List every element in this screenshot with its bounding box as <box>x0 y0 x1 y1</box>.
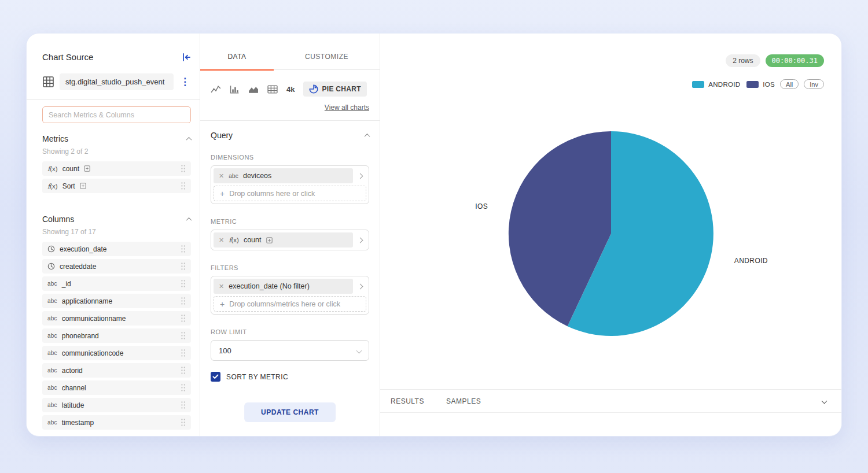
dimension-expand-icon[interactable] <box>353 174 366 178</box>
dimensions-drop-zone[interactable]: + Drop columns here or click <box>214 186 366 201</box>
metrics-list: f(x)countf(x)Sort <box>42 161 191 193</box>
metric-control: ✕ f(x) count <box>211 230 369 250</box>
column-item-communicationcode[interactable]: abccommunicationcode <box>42 346 191 360</box>
text-type-icon: abc <box>47 350 57 356</box>
drag-handle-icon[interactable] <box>181 418 186 427</box>
panel-tabs: DATA CUSTOMIZE <box>200 34 380 70</box>
drag-handle-icon[interactable] <box>181 164 186 173</box>
chart-area: 2 rows 00:00:00.31 ANDROIDIOS All Inv AN… <box>380 34 841 436</box>
text-type-icon: abc <box>47 419 57 426</box>
dataset-name[interactable]: stg.digital_studio_push_event <box>60 73 174 90</box>
search-metrics-columns-input[interactable] <box>42 106 191 123</box>
text-type-icon: abc <box>47 402 57 408</box>
panel-divider <box>200 120 380 121</box>
sort-by-metric-checkbox[interactable] <box>211 372 220 382</box>
columns-showing-count: Showing 17 of 17 <box>42 228 191 236</box>
text-type-icon: abc <box>47 385 57 391</box>
column-item-timestamp[interactable]: abctimestamp <box>42 415 191 430</box>
text-type-icon: abc <box>47 280 57 287</box>
dimensions-control: ✕ abc deviceos + Drop columns here or cl… <box>211 165 369 204</box>
results-bar: RESULTS SAMPLES <box>380 389 841 413</box>
collapse-sidebar-icon[interactable] <box>182 53 191 61</box>
filters-label: FILTERS <box>211 264 369 271</box>
query-collapse-icon[interactable] <box>365 133 370 139</box>
tab-customize[interactable]: CUSTOMIZE <box>274 53 380 69</box>
text-type-icon: abc <box>229 173 238 179</box>
drag-handle-icon[interactable] <box>181 366 186 375</box>
view-all-charts-link[interactable]: View all charts <box>325 104 369 112</box>
drag-handle-icon[interactable] <box>181 279 186 288</box>
drag-handle-icon[interactable] <box>181 383 186 392</box>
column-item-channel[interactable]: abcchannel <box>42 380 191 395</box>
row-limit-value: 100 <box>219 346 231 355</box>
sidebar-divider <box>27 99 200 100</box>
metric-item-count[interactable]: f(x)count <box>42 161 191 176</box>
update-chart-button[interactable]: UPDATE CHART <box>244 402 336 422</box>
text-type-icon: abc <box>47 315 57 322</box>
column-item-applicationname[interactable]: abcapplicationname <box>42 294 191 308</box>
row-limit-select[interactable]: 100 <box>211 340 369 361</box>
table-icon[interactable] <box>267 85 278 94</box>
remove-filter-icon[interactable]: ✕ <box>219 283 224 290</box>
metrics-showing-count: Showing 2 of 2 <box>42 147 191 156</box>
column-item-id[interactable]: abc_id <box>42 276 191 291</box>
chevron-down-icon <box>356 348 362 353</box>
bar-chart-icon[interactable] <box>230 85 240 94</box>
columns-list: execution_datecreateddateabc_idabcapplic… <box>42 242 191 430</box>
pie-chart-icon <box>309 84 318 94</box>
drag-handle-icon[interactable] <box>181 314 186 323</box>
selected-chart-type-button[interactable]: PIE CHART <box>303 82 366 97</box>
metric-pill-count[interactable]: ✕ f(x) count <box>214 232 353 247</box>
chart-source-title: Chart Source <box>42 52 93 62</box>
sort-by-metric-row[interactable]: SORT BY METRIC <box>211 372 369 382</box>
column-item-latitude[interactable]: abclatitude <box>42 398 191 412</box>
filter-pill-execution-date[interactable]: ✕ execution_date (No filter) <box>214 279 353 294</box>
tab-data[interactable]: DATA <box>200 53 274 71</box>
pie-label-ios: IOS <box>475 202 488 210</box>
tab-results[interactable]: RESULTS <box>391 397 424 405</box>
dimensions-label: DIMENSIONS <box>211 154 369 161</box>
explore-window: Chart Source stg.digital_studio_push_eve… <box>26 33 842 437</box>
drag-handle-icon[interactable] <box>181 262 186 271</box>
function-icon: f(x) <box>229 236 239 244</box>
column-item-createddate[interactable]: createddate <box>42 259 191 274</box>
adhoc-metric-badge-icon <box>80 183 86 189</box>
tab-samples[interactable]: SAMPLES <box>446 397 481 405</box>
drag-handle-icon[interactable] <box>181 401 186 409</box>
plus-icon: + <box>220 189 225 198</box>
metric-label: METRIC <box>211 218 369 225</box>
drag-handle-icon[interactable] <box>181 245 186 253</box>
big-number-chart-icon[interactable]: 4k <box>286 85 295 94</box>
area-chart-icon[interactable] <box>248 85 259 94</box>
drag-handle-icon[interactable] <box>181 349 186 357</box>
results-collapse-icon[interactable] <box>822 398 827 404</box>
clock-icon <box>47 245 55 253</box>
dataset-table-icon <box>42 76 54 88</box>
adhoc-metric-badge-icon <box>84 165 90 172</box>
drag-handle-icon[interactable] <box>181 331 186 340</box>
columns-collapse-icon[interactable] <box>186 217 192 223</box>
metric-item-sort[interactable]: f(x)Sort <box>42 179 191 193</box>
text-type-icon: abc <box>47 367 57 374</box>
column-item-execution_date[interactable]: execution_date <box>42 242 191 256</box>
dataset-options-icon[interactable]: ⋮ <box>179 77 191 87</box>
column-item-phonebrand[interactable]: abcphonebrand <box>42 328 191 343</box>
remove-metric-icon[interactable]: ✕ <box>219 236 224 244</box>
column-item-actorid[interactable]: abcactorid <box>42 363 191 378</box>
filters-drop-zone[interactable]: + Drop columns/metrics here or click <box>214 296 366 312</box>
drag-handle-icon[interactable] <box>181 182 186 190</box>
filter-expand-icon[interactable] <box>353 284 366 289</box>
chart-type-row: 4k PIE CHART <box>211 82 369 97</box>
function-icon: f(x) <box>47 165 58 173</box>
dimension-pill-deviceos[interactable]: ✕ abc deviceos <box>214 168 353 183</box>
metrics-section-title: Metrics <box>42 134 68 143</box>
drag-handle-icon[interactable] <box>181 297 186 305</box>
column-item-communicationname[interactable]: abccommunicationname <box>42 311 191 326</box>
line-chart-icon[interactable] <box>211 85 221 94</box>
metric-expand-icon[interactable] <box>353 238 366 242</box>
metrics-collapse-icon[interactable] <box>186 136 192 142</box>
text-type-icon: abc <box>47 298 57 304</box>
remove-dimension-icon[interactable]: ✕ <box>219 172 224 180</box>
clock-icon <box>47 263 55 270</box>
query-section-title: Query <box>211 131 233 140</box>
